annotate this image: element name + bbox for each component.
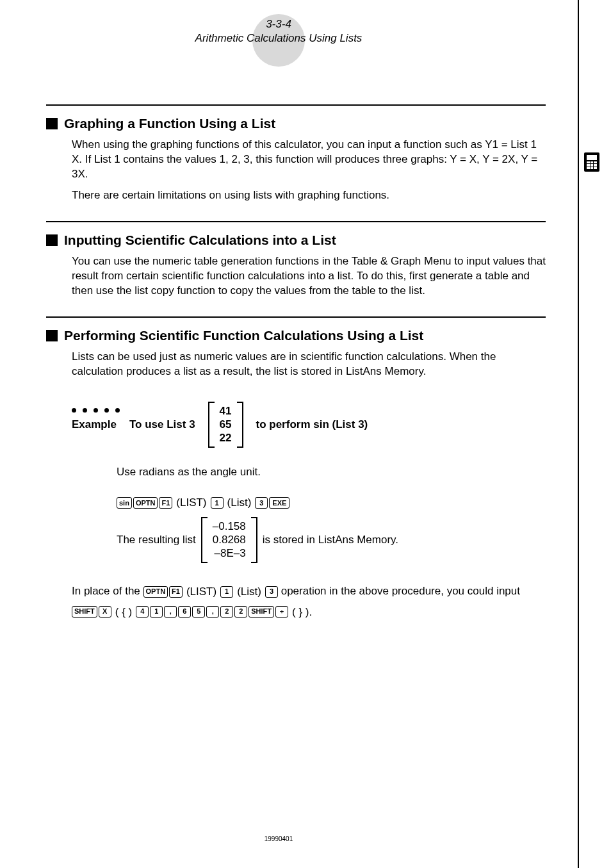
- matrix-value: 0.8268: [213, 534, 246, 546]
- sin-key: sin: [117, 497, 132, 509]
- list-menu-text: (LIST): [186, 583, 216, 600]
- section-divider: [46, 104, 546, 106]
- list-menu-text: (LIST): [176, 496, 206, 509]
- rbrace-text: ( } ).: [292, 603, 312, 621]
- example-label: Example: [72, 418, 117, 431]
- result-row: The resulting list –0.158 0.8268 –8E–3 i…: [117, 517, 546, 563]
- page-title: Arithmetic Calculations Using Lists: [195, 32, 363, 44]
- digit-1-key: 1: [220, 586, 233, 598]
- section-heading-inputting: Inputting Scientific Calculations into a…: [46, 233, 546, 248]
- section-divider: [46, 221, 546, 222]
- exe-key: EXE: [269, 497, 289, 509]
- heading-text: Inputting Scientific Calculations into a…: [64, 233, 336, 248]
- paragraph: When using the graphing functions of thi…: [72, 138, 546, 182]
- bracket-right-icon: [236, 402, 243, 448]
- section-heading-graphing: Graphing a Function Using a List: [46, 116, 546, 131]
- page-right-border: [578, 0, 579, 868]
- comma-key: ,: [164, 606, 177, 618]
- list-item-text: (List): [237, 583, 261, 600]
- optn-key: OPTN: [133, 497, 158, 509]
- heading-text: Graphing a Function Using a List: [64, 116, 275, 131]
- alt-pre-text: In place of the: [72, 585, 143, 597]
- lbrace-text: ( { ): [115, 603, 132, 621]
- square-bullet-icon: [46, 330, 58, 341]
- f1-key: F1: [169, 586, 183, 598]
- input-matrix: 41 65 22: [208, 402, 243, 448]
- matrix-value: 41: [220, 405, 232, 418]
- example-pre-text: To use List 3: [129, 418, 195, 431]
- digit-3-key: 3: [255, 497, 268, 509]
- paragraph: You can use the numeric table generation…: [72, 254, 546, 299]
- bracket-right-icon: [250, 517, 257, 563]
- divide-key: ÷: [275, 606, 288, 618]
- alternative-input-paragraph: In place of the OPTN F1 (LIST) 1 (List) …: [72, 582, 546, 620]
- paragraph: There are certain limitations on using l…: [72, 188, 546, 203]
- section-divider: [46, 316, 546, 318]
- result-pre-text: The resulting list: [117, 534, 196, 546]
- calculator-icon: [584, 152, 599, 172]
- matrix-value: –0.158: [213, 520, 246, 533]
- digit-3-key: 3: [265, 586, 278, 598]
- digit-2-key: 2: [234, 606, 247, 618]
- result-post-text: is stored in ListAns Memory.: [263, 534, 398, 546]
- heading-text: Performing Scientific Function Calculati…: [64, 328, 423, 343]
- angle-unit-note: Use radians as the angle unit.: [117, 466, 546, 479]
- x-key: X: [99, 606, 111, 618]
- header-text: 3-3-4 Arithmetic Calculations Using List…: [0, 18, 557, 45]
- example-dots-icon: [72, 408, 120, 413]
- example-block: Example To use List 3 41 65 22 to perfor…: [72, 402, 546, 448]
- matrix-value: 22: [220, 432, 232, 445]
- shift-key: SHIFT: [248, 606, 274, 618]
- square-bullet-icon: [46, 118, 58, 129]
- digit-2-key: 2: [220, 606, 233, 618]
- example-label-text: Example: [72, 418, 117, 430]
- comma-key: ,: [206, 606, 219, 618]
- digit-5-key: 5: [192, 606, 205, 618]
- digit-4-key: 4: [136, 606, 149, 618]
- paragraph: Lists can be used just as numeric values…: [72, 350, 546, 379]
- section-heading-performing: Performing Scientific Function Calculati…: [46, 328, 546, 343]
- matrix-value: 65: [220, 418, 232, 431]
- bracket-left-icon: [208, 402, 216, 448]
- digit-1-key: 1: [150, 606, 163, 618]
- example-post-text: to perform sin (List 3): [256, 418, 368, 431]
- optn-key: OPTN: [143, 586, 168, 598]
- footer-code: 19990401: [0, 835, 557, 842]
- matrix-value: –8E–3: [215, 547, 246, 560]
- digit-1-key: 1: [211, 497, 224, 509]
- f1-key: F1: [159, 497, 172, 509]
- bracket-left-icon: [201, 517, 209, 563]
- digit-6-key: 6: [178, 606, 191, 618]
- list-item-text: (List): [227, 496, 252, 509]
- square-bullet-icon: [46, 234, 58, 246]
- page-number: 3-3-4: [0, 18, 557, 31]
- shift-key: SHIFT: [72, 606, 97, 618]
- alt-mid-text: operation in the above procedure, you co…: [281, 585, 520, 597]
- result-matrix: –0.158 0.8268 –8E–3: [201, 517, 257, 563]
- key-sequence: sin OPTN F1 (LIST) 1 (List) 3 EXE: [117, 496, 546, 509]
